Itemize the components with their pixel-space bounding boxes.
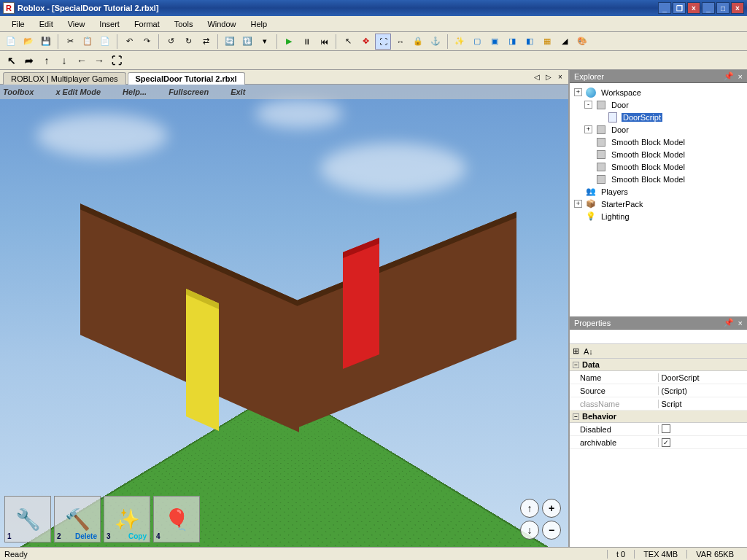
toolbox-button[interactable]: Toolbox: [3, 88, 34, 96]
undo-icon[interactable]: ↶: [121, 34, 137, 50]
play-icon[interactable]: ▶: [281, 34, 297, 50]
copy-icon[interactable]: 📋: [80, 34, 96, 50]
menu-help[interactable]: Help: [244, 18, 275, 30]
select-icon[interactable]: ↖: [340, 34, 356, 50]
checkbox-icon[interactable]: ✓: [662, 438, 670, 447]
minimize-button[interactable]: _: [658, 2, 671, 14]
arrow-up-icon[interactable]: ↑: [39, 53, 54, 68]
tree-node-starterpack[interactable]: +📦StarterPack: [573, 198, 744, 210]
rotate-right-icon[interactable]: ↻: [180, 34, 196, 50]
close-panel-icon[interactable]: ×: [738, 72, 743, 81]
minimize-button-outer[interactable]: _: [702, 2, 715, 14]
tree-node-smooth-block-model[interactable]: Smooth Block Model: [573, 136, 744, 148]
sort-icon[interactable]: A↓: [584, 347, 593, 356]
menu-window[interactable]: Window: [200, 18, 243, 30]
flip-icon[interactable]: ⇄: [198, 34, 214, 50]
tab-multiplayer[interactable]: ROBLOX | Multiplayer Games: [3, 72, 126, 85]
ungroup-icon[interactable]: ▣: [487, 34, 503, 50]
wand-icon[interactable]: ✨: [452, 34, 468, 50]
tree-toggle-icon[interactable]: -: [584, 101, 592, 109]
arrow-nw-icon[interactable]: ↖: [4, 53, 19, 68]
menu-edit[interactable]: Edit: [32, 18, 61, 30]
zoom-in-icon[interactable]: +: [542, 499, 561, 518]
group-icon[interactable]: ▢: [469, 34, 485, 50]
tree-node-players[interactable]: 👥Players: [573, 185, 744, 198]
tree-toggle-icon[interactable]: +: [574, 200, 582, 208]
collapse-icon[interactable]: −: [573, 413, 579, 420]
close-panel-icon[interactable]: ×: [738, 319, 743, 327]
resize-icon[interactable]: ↔: [392, 34, 409, 50]
exit-button[interactable]: Exit: [231, 88, 245, 96]
restore-button[interactable]: ❐: [673, 2, 686, 14]
back-icon[interactable]: ◧: [522, 34, 538, 50]
scale-icon[interactable]: ⛶: [375, 34, 391, 50]
arrow-right-icon[interactable]: →: [92, 53, 107, 68]
rotate-y-icon[interactable]: 🔃: [239, 34, 255, 50]
maximize-button[interactable]: □: [716, 2, 729, 14]
prop-category-data[interactable]: −Data: [570, 359, 747, 371]
arrow-down-icon[interactable]: ↓: [57, 53, 71, 68]
property-search[interactable]: [570, 330, 747, 344]
cam-up-icon[interactable]: ↑: [520, 499, 539, 518]
dropdown-icon[interactable]: ▾: [257, 34, 273, 50]
inner-close-button[interactable]: ×: [687, 2, 700, 14]
color-icon[interactable]: 🎨: [574, 34, 590, 50]
paste-icon[interactable]: 📄: [97, 34, 113, 50]
prop-row-classname[interactable]: classNameScript: [570, 397, 747, 411]
prop-row-source[interactable]: Source(Script): [570, 384, 747, 397]
menu-tools[interactable]: Tools: [167, 18, 201, 30]
rotate-left-icon[interactable]: ↺: [163, 34, 179, 50]
menu-insert[interactable]: Insert: [92, 18, 127, 30]
rotate-x-icon[interactable]: 🔄: [222, 34, 238, 50]
prop-row-name[interactable]: NameDoorScript: [570, 371, 747, 384]
hud-tool-4[interactable]: 🎈4: [153, 496, 200, 542]
tree-node-doorscript[interactable]: DoorScript: [573, 111, 744, 123]
tree-toggle-icon[interactable]: +: [574, 88, 582, 96]
property-search-input[interactable]: [570, 330, 747, 343]
pause-icon[interactable]: ⏸: [298, 34, 314, 50]
tree-node-door[interactable]: +Door: [573, 123, 744, 136]
tree-node-lighting[interactable]: 💡Lighting: [573, 210, 744, 222]
close-button[interactable]: ×: [731, 2, 744, 14]
checkbox-icon[interactable]: [662, 424, 670, 433]
prop-row-archivable[interactable]: archivable✓: [570, 436, 747, 449]
prop-row-disabled[interactable]: Disabled: [570, 423, 747, 436]
menu-view[interactable]: View: [61, 18, 93, 30]
fill-icon[interactable]: ▦: [539, 34, 555, 50]
tab-scroll-left-icon[interactable]: ◁: [532, 71, 542, 82]
cam-down-icon[interactable]: ↓: [520, 521, 539, 540]
prop-value[interactable]: [659, 424, 748, 435]
tree-node-smooth-block-model[interactable]: Smooth Block Model: [573, 160, 744, 173]
menu-format[interactable]: Format: [127, 18, 167, 30]
save-icon[interactable]: 💾: [38, 34, 54, 50]
move-icon[interactable]: ✥: [357, 34, 374, 50]
explorer-tree[interactable]: +Workspace-DoorDoorScript+DoorSmooth Blo…: [570, 83, 747, 316]
viewport-3d[interactable]: Toolbox x Edit Mode Help... Fullscreen E…: [0, 85, 568, 547]
new-icon[interactable]: 📄: [3, 34, 19, 50]
property-grid[interactable]: −DataNameDoorScriptSource(Script)classNa…: [570, 359, 747, 547]
tree-toggle-icon[interactable]: +: [584, 125, 592, 133]
tree-node-smooth-block-model[interactable]: Smooth Block Model: [573, 148, 744, 160]
anchor-icon[interactable]: ⚓: [427, 34, 444, 50]
prop-value[interactable]: DoorScript: [659, 373, 748, 382]
arrow-left-icon[interactable]: ←: [74, 53, 89, 68]
hud-tool-1[interactable]: 🔧1: [4, 496, 51, 542]
editmode-button[interactable]: x Edit Mode: [55, 88, 101, 96]
fullscreen-button[interactable]: Fullscreen: [169, 88, 209, 96]
pin-icon[interactable]: 📌: [724, 71, 734, 81]
cut-icon[interactable]: ✂: [62, 34, 78, 50]
open-icon[interactable]: 📂: [20, 34, 36, 50]
prop-value[interactable]: (Script): [659, 386, 748, 395]
prop-category-behavior[interactable]: −Behavior: [570, 411, 747, 423]
expand-icon[interactable]: ⛶: [109, 53, 124, 68]
tab-scroll-right-icon[interactable]: ▷: [543, 71, 554, 82]
categorize-icon[interactable]: ⊞: [573, 346, 579, 356]
tab-specialdoor[interactable]: SpecialDoor Tutorial 2.rbxl: [128, 72, 245, 85]
arrow-ne-icon[interactable]: ➦: [22, 53, 36, 68]
prop-value[interactable]: Script: [659, 400, 748, 408]
menu-file[interactable]: File: [4, 18, 32, 30]
lock-icon[interactable]: 🔒: [410, 34, 426, 50]
material-icon[interactable]: ◢: [557, 34, 573, 50]
hud-tool-copy[interactable]: ✨3Copy: [104, 496, 150, 542]
help-button[interactable]: Help...: [123, 88, 147, 96]
